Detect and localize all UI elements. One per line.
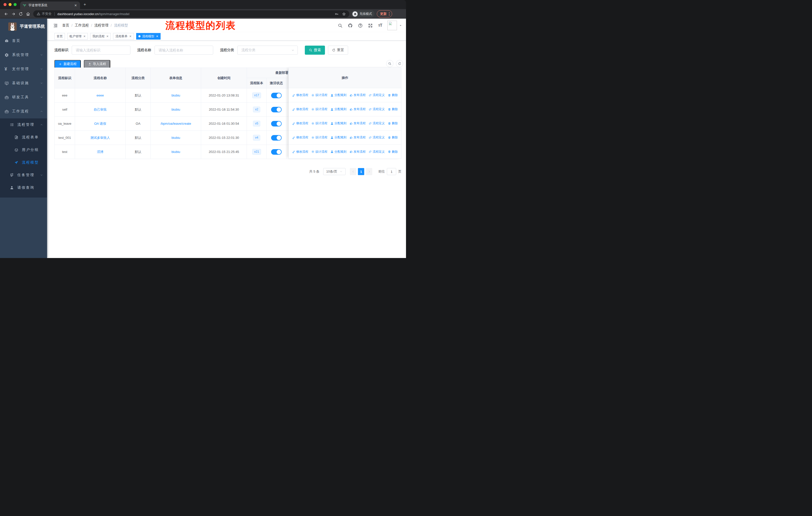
sidebar-item-system[interactable]: 系统管理 xyxy=(0,48,47,62)
delete-link[interactable]: 删除 xyxy=(388,121,398,126)
page-size-select[interactable]: 10条/页 xyxy=(323,168,346,175)
current-page-button[interactable]: 1 xyxy=(358,168,364,175)
process-name-link[interactable]: OA 请假 xyxy=(94,122,106,126)
import-process-button[interactable]: 导入流程 xyxy=(84,60,110,68)
sidebar-item-user-group[interactable]: 用户分组 xyxy=(0,144,47,156)
form-info-link[interactable]: biubiu xyxy=(171,150,180,154)
status-toggle[interactable] xyxy=(271,149,282,155)
modify-process-link[interactable]: 修改流程 xyxy=(292,135,308,140)
assign-rule-link[interactable]: 分配规则 xyxy=(330,121,347,126)
process-name-link[interactable]: 滔博 xyxy=(97,150,104,154)
bookmark-star-icon[interactable] xyxy=(342,12,346,16)
modify-process-link[interactable]: 修改流程 xyxy=(292,150,308,154)
close-icon[interactable]: ✕ xyxy=(156,35,158,38)
search-button[interactable]: 搜索 xyxy=(305,46,325,55)
sidebar-item-devtools[interactable]: 研发工具 xyxy=(0,90,47,104)
modify-process-link[interactable]: 修改流程 xyxy=(292,93,308,97)
status-toggle[interactable] xyxy=(271,107,282,112)
reload-button[interactable] xyxy=(17,10,24,18)
process-name-link[interactable]: 自己审批 xyxy=(94,108,107,111)
tag-my-process[interactable]: 我的流程✕ xyxy=(90,33,111,39)
sidebar-logo[interactable]: 芋道管理系统 xyxy=(0,19,47,31)
publish-process-link[interactable]: 发布流程 xyxy=(350,93,366,97)
delete-link[interactable]: 删除 xyxy=(388,150,398,154)
publish-process-link[interactable]: 发布流程 xyxy=(350,107,366,111)
tag-process-form[interactable]: 流程表单✕ xyxy=(113,33,134,39)
browser-tab[interactable]: 芋道管理系统 ✕ xyxy=(20,1,80,9)
prev-page-button[interactable] xyxy=(350,168,356,175)
form-info-link[interactable]: biubiu xyxy=(171,136,180,140)
caret-down-icon[interactable] xyxy=(399,24,402,27)
design-process-link[interactable]: 设计流程 xyxy=(311,121,327,126)
minimize-window-button[interactable] xyxy=(8,3,11,6)
version-badge[interactable]: v17 xyxy=(252,92,261,98)
home-button[interactable] xyxy=(24,10,32,18)
github-icon[interactable] xyxy=(348,23,353,28)
version-badge[interactable]: v5 xyxy=(253,121,260,126)
design-process-link[interactable]: 设计流程 xyxy=(311,107,327,111)
sidebar-item-infra[interactable]: 基础设施 xyxy=(0,76,47,90)
process-definition-link[interactable]: 流程定义 xyxy=(369,93,385,97)
modify-process-link[interactable]: 修改流程 xyxy=(292,107,308,111)
sidebar-item-workflow[interactable]: 工作流程 xyxy=(0,104,47,118)
security-label[interactable]: 不安全 xyxy=(42,11,52,16)
back-button[interactable] xyxy=(2,10,10,18)
version-badge[interactable]: v4 xyxy=(253,135,260,140)
sidebar-item-leave-query[interactable]: 请假查询 xyxy=(0,182,47,194)
publish-process-link[interactable]: 发布流程 xyxy=(350,150,366,154)
new-tab-button[interactable]: + xyxy=(84,2,86,6)
filter-select-category[interactable]: 流程分类 xyxy=(237,46,298,55)
close-icon[interactable]: ✕ xyxy=(83,35,86,38)
process-definition-link[interactable]: 流程定义 xyxy=(369,107,385,111)
delete-link[interactable]: 删除 xyxy=(388,135,398,140)
form-info-link[interactable]: biubiu xyxy=(171,108,180,111)
process-name-link[interactable]: eeee xyxy=(97,93,104,97)
version-badge[interactable]: v2 xyxy=(253,107,260,112)
modify-process-link[interactable]: 修改流程 xyxy=(292,121,308,126)
font-size-icon[interactable]: тT xyxy=(378,23,382,28)
sidebar-item-task-manage[interactable]: 任务管理 xyxy=(0,169,47,182)
status-toggle[interactable] xyxy=(271,93,282,98)
toggle-search-button[interactable] xyxy=(386,60,394,67)
status-toggle[interactable] xyxy=(271,135,282,141)
sidebar-item-process-form[interactable]: 流程表单 xyxy=(0,131,47,144)
delete-link[interactable]: 删除 xyxy=(388,93,398,97)
tag-home[interactable]: 首页 xyxy=(54,33,65,39)
close-icon[interactable]: ✕ xyxy=(106,35,109,38)
assign-rule-link[interactable]: 分配规则 xyxy=(330,93,347,97)
sidebar-item-process-manage[interactable]: 流程管理 xyxy=(0,118,47,131)
window-controls[interactable] xyxy=(3,3,17,6)
design-process-link[interactable]: 设计流程 xyxy=(311,150,327,154)
form-info-link[interactable]: /bpm/oa/leave/create xyxy=(161,122,191,126)
goto-page-input[interactable] xyxy=(387,168,396,175)
tag-process-model[interactable]: 流程模型✕ xyxy=(136,33,161,39)
avatar[interactable] xyxy=(387,21,397,30)
design-process-link[interactable]: 设计流程 xyxy=(311,93,327,97)
design-process-link[interactable]: 设计流程 xyxy=(311,135,327,140)
next-page-button[interactable] xyxy=(366,168,372,175)
publish-process-link[interactable]: 发布流程 xyxy=(350,135,366,140)
address-bar[interactable]: 不安全 dashboard.yudao.iocoder.cn/bpm/manag… xyxy=(33,10,349,18)
chrome-update-button[interactable]: 更新 xyxy=(377,10,392,18)
assign-rule-link[interactable]: 分配规则 xyxy=(330,135,347,140)
tag-tenant[interactable]: 租户管理✕ xyxy=(67,33,88,39)
fullscreen-icon[interactable] xyxy=(368,23,373,28)
close-icon[interactable]: ✕ xyxy=(129,35,132,38)
assign-rule-link[interactable]: 分配规则 xyxy=(330,150,347,154)
help-icon[interactable] xyxy=(358,23,363,28)
assign-rule-link[interactable]: 分配规则 xyxy=(330,107,347,111)
breadcrumb-home[interactable]: 首页 xyxy=(62,23,69,28)
form-info-link[interactable]: biubiu xyxy=(171,93,180,97)
sidebar-item-home[interactable]: 首页 xyxy=(0,34,47,48)
process-definition-link[interactable]: 流程定义 xyxy=(369,121,385,126)
process-name-link[interactable]: 测试多审批人 xyxy=(90,136,110,140)
close-tab-icon[interactable]: ✕ xyxy=(74,3,78,7)
collapse-sidebar-icon[interactable] xyxy=(53,23,58,28)
create-process-button[interactable]: 新建流程 xyxy=(54,60,81,68)
publish-process-link[interactable]: 发布流程 xyxy=(350,121,366,126)
maximize-window-button[interactable] xyxy=(13,3,17,6)
sidebar-item-payment[interactable]: ¥ 支付管理 xyxy=(0,62,47,76)
browser-menu-icon[interactable] xyxy=(389,12,389,16)
filter-input-name[interactable] xyxy=(154,46,213,55)
refresh-table-button[interactable] xyxy=(396,60,403,67)
